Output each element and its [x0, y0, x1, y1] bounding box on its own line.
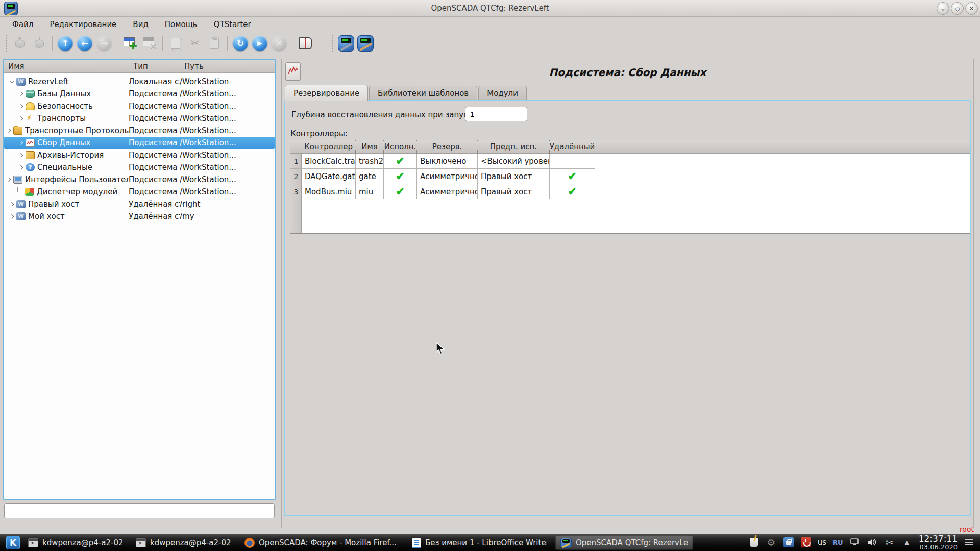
delete-item-button[interactable]: ✕ [140, 34, 159, 53]
power-icon[interactable] [800, 537, 812, 548]
expander-right-icon[interactable] [19, 153, 23, 157]
col-reserve[interactable]: Резерв. [417, 140, 478, 154]
vision-starter-button[interactable] [356, 34, 375, 53]
tree-row-transports[interactable]: Транспорты Подсистема /WorkStation... [4, 112, 275, 124]
tray-expand-icon[interactable]: ▲ [901, 537, 913, 548]
start-button[interactable]: ▶ [250, 34, 270, 53]
col-remote[interactable]: Удалённый [550, 140, 595, 154]
cell-pref[interactable]: <Высокий уровень> [478, 154, 550, 169]
copy-button[interactable] [166, 34, 185, 53]
expander-right-icon[interactable] [19, 116, 23, 120]
tree-row-special[interactable]: Специальные Подсистема /WorkStation... [4, 161, 275, 173]
cell-remote[interactable] [550, 154, 595, 169]
load-button[interactable]: ↑ [10, 34, 30, 53]
cell-reserve[interactable]: Асимметричное [417, 169, 478, 184]
col-pref[interactable]: Предп. исп. [478, 140, 550, 154]
tree-row-modules[interactable]: Диспетчер модулей Подсистема /WorkStatio… [4, 186, 275, 198]
tree-header: Имя Тип Путь [4, 60, 275, 73]
cell-controller[interactable]: BlockCalc.trash2 [302, 154, 356, 169]
tree-column-path[interactable]: Путь [180, 60, 275, 72]
cell-reserve[interactable]: Выключено [417, 154, 478, 169]
taskbar-item-terminal-2[interactable]: kdwpenza@p4-a2-02: ~ <2> [131, 535, 236, 550]
cell-pref[interactable]: Правый хост [478, 184, 550, 199]
menu-view[interactable]: Вид [126, 18, 155, 31]
tree-column-type[interactable]: Тип [129, 60, 180, 72]
cell-exec[interactable]: ✔ [384, 154, 417, 169]
stop-button[interactable]: ✕ [270, 34, 289, 53]
tab-modules[interactable]: Модули [478, 86, 527, 101]
toolbar-drag-handle[interactable] [4, 35, 8, 52]
screen-lock-icon[interactable] [783, 537, 794, 548]
tree-row-security[interactable]: Безопасность Подсистема /WorkStation... [4, 100, 275, 112]
tree-row-daq-selected[interactable]: Сбор Данных Подсистема /WorkStation... [4, 137, 275, 149]
kde-menu-button[interactable]: K [6, 536, 20, 549]
menu-qtstarter[interactable]: QTStarter [207, 18, 258, 31]
expander-right-icon[interactable] [7, 129, 11, 133]
tree-filter-input[interactable] [4, 503, 275, 518]
cell-exec[interactable]: ✔ [384, 169, 417, 184]
panel-menu-icon[interactable] [964, 537, 975, 548]
tree-row-archives[interactable]: Архивы-История Подсистема /WorkStation..… [4, 149, 275, 161]
manual-button[interactable] [296, 34, 315, 53]
expander-right-icon[interactable] [19, 92, 23, 96]
reload-button[interactable]: ↻ [231, 34, 250, 53]
expander-down-icon[interactable] [10, 80, 14, 84]
scissors-icon[interactable]: ✂ [884, 537, 895, 548]
menu-file[interactable]: Файл [5, 18, 40, 31]
volume-icon[interactable] [867, 537, 878, 548]
menu-help[interactable]: Помощь [158, 18, 205, 31]
tree-column-name[interactable]: Имя [4, 60, 129, 72]
tab-template-libs[interactable]: Библиотеки шаблонов [369, 86, 477, 101]
gear-icon[interactable]: ⚙ [766, 537, 777, 548]
expander-right-icon[interactable] [7, 178, 11, 182]
taskbar-item-writer[interactable]: Без имени 1 - LibreOffice Writer [407, 535, 552, 550]
cut-button[interactable]: ✂ [185, 34, 205, 53]
maximize-button[interactable]: ◇ [951, 2, 964, 15]
expander-right-icon[interactable] [10, 202, 14, 206]
taskbar-item-firefox[interactable]: OpenSCADA: Форум - Mozilla Firef... [239, 535, 404, 550]
tree-row-right-host[interactable]: Правый хост Удалённая ст... /right [4, 198, 275, 210]
qtcfg-starter-button[interactable] [336, 34, 356, 53]
restore-depth-input[interactable] [465, 107, 527, 121]
minimize-button[interactable]: ⌄ [937, 2, 949, 15]
expander-right-icon[interactable] [19, 104, 23, 108]
keyboard-layout-ru[interactable]: RU [832, 539, 843, 546]
menu-edit[interactable]: Редактирование [42, 18, 124, 31]
cell-name[interactable]: trash2 [356, 154, 384, 169]
tree-row-ui[interactable]: Интерфейсы Пользователя Подсистема /Work… [4, 173, 275, 186]
cell-name[interactable]: miu [356, 184, 384, 199]
toolbar-drag-handle-2[interactable] [330, 35, 334, 52]
clock[interactable]: 12:37:11 03.06.2020 [919, 535, 958, 550]
cell-exec[interactable]: ✔ [384, 184, 417, 199]
col-exec[interactable]: Исполн. [384, 140, 417, 154]
tree-row-databases[interactable]: Базы Данных Подсистема /WorkStation... [4, 88, 275, 100]
klipper-icon[interactable] [748, 537, 760, 548]
taskbar-item-terminal-1[interactable]: kdwpenza@p4-a2-02: ~ [23, 535, 128, 550]
keyboard-layout-us[interactable]: us [818, 538, 826, 547]
taskbar-item-openscada[interactable]: OpenSCADA QTCfg: RezervLeft [555, 535, 693, 550]
cell-reserve[interactable]: Асимметричное [417, 184, 478, 199]
back-button[interactable]: ← [75, 34, 94, 53]
tree-row-rezervleft[interactable]: RezervLeft Локальная с... /WorkStation [4, 76, 275, 88]
expander-right-icon[interactable] [19, 165, 23, 169]
expander-right-icon[interactable] [10, 214, 14, 218]
expander-right-icon[interactable] [19, 141, 23, 145]
col-name[interactable]: Имя [356, 140, 384, 154]
tree-row-my-host[interactable]: Мой хост Удалённая ст... /my [4, 210, 275, 222]
cell-name[interactable]: gate [356, 169, 384, 184]
cell-controller[interactable]: DAQGate.gate [302, 169, 356, 184]
cell-pref[interactable]: Правый хост [478, 169, 550, 184]
cell-remote[interactable]: ✔ [550, 169, 595, 184]
close-button[interactable]: ✕ [965, 2, 978, 15]
add-item-button[interactable]: + [120, 34, 140, 53]
cell-controller[interactable]: ModBus.miu [302, 184, 356, 199]
paste-button[interactable] [205, 34, 224, 53]
save-button[interactable]: ↓ [30, 34, 49, 53]
network-monitor-icon[interactable] [849, 537, 861, 548]
tab-reservation[interactable]: Резервирование [285, 85, 368, 101]
forward-button[interactable]: → [94, 34, 114, 53]
up-button[interactable]: ↑ [56, 34, 75, 53]
cell-remote[interactable]: ✔ [550, 184, 595, 199]
col-controller[interactable]: Контроллер [302, 140, 356, 154]
tree-row-protocols[interactable]: Транспортные Протоколы Подсистема /WorkS… [4, 124, 275, 137]
